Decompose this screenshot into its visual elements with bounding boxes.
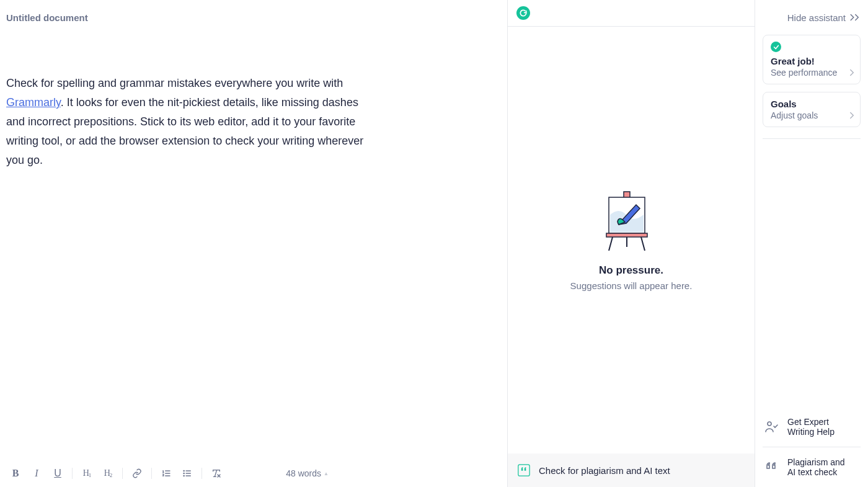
svg-point-6 <box>184 470 184 471</box>
suggestions-pane: No pressure. Suggestions will appear her… <box>507 0 755 487</box>
grammarly-link[interactable]: Grammarly <box>6 96 61 109</box>
hide-assistant-button[interactable]: Hide assistant <box>763 0 861 35</box>
goals-card-subtitle: Adjust goals <box>771 110 852 120</box>
expert-help-line2: Writing Help <box>787 427 835 437</box>
italic-button[interactable]: I <box>26 463 47 484</box>
svg-line-14 <box>609 237 613 251</box>
quotes-outline-icon <box>764 460 779 475</box>
svg-rect-17 <box>518 465 529 476</box>
clear-formatting-button[interactable] <box>206 463 227 484</box>
link-button[interactable] <box>126 463 148 484</box>
empty-state-title: No pressure. <box>599 264 663 277</box>
formatting-toolbar: B I U H1 H2 48 words ▲ <box>0 460 507 487</box>
divider <box>763 138 861 139</box>
performance-card-subtitle: See performance <box>771 68 852 78</box>
plagiarism-line1: Plagiarism and <box>787 457 845 467</box>
unordered-list-button[interactable] <box>177 463 198 484</box>
performance-card[interactable]: Great job! See performance <box>763 35 861 84</box>
editor-pane: Untitled document Check for spelling and… <box>0 0 507 487</box>
goals-card-title: Goals <box>771 99 852 109</box>
expert-icon <box>764 419 779 434</box>
empty-state: No pressure. Suggestions will appear her… <box>508 27 755 453</box>
checkmark-icon <box>771 42 781 52</box>
plagiarism-line2: AI text check <box>787 467 845 477</box>
plagiarism-check-button[interactable]: Check for plagiarism and AI text <box>508 453 755 487</box>
svg-point-18 <box>768 422 771 426</box>
chevron-up-icon: ▲ <box>324 471 329 476</box>
chevron-right-icon <box>849 69 855 76</box>
underline-button[interactable]: U <box>47 463 68 484</box>
word-count[interactable]: 48 words ▲ <box>286 468 329 478</box>
expert-help-line1: Get Expert <box>787 417 835 427</box>
bold-button[interactable]: B <box>5 463 26 484</box>
suggestions-header <box>508 0 755 27</box>
document-title[interactable]: Untitled document <box>0 0 507 23</box>
svg-point-7 <box>184 473 184 473</box>
toolbar-separator <box>122 468 123 479</box>
hide-assistant-label: Hide assistant <box>787 12 846 23</box>
assistant-sidebar: Hide assistant Great job! See performanc… <box>755 0 868 487</box>
grammarly-logo-icon[interactable] <box>516 6 530 20</box>
toolbar-separator <box>151 468 152 479</box>
toolbar-separator <box>72 468 73 479</box>
svg-rect-13 <box>606 233 647 237</box>
svg-line-15 <box>641 237 645 251</box>
word-count-label: 48 words <box>286 468 321 478</box>
plagiarism-check-label: Check for plagiarism and AI text <box>539 465 670 476</box>
body-text-before-link: Check for spelling and grammar mistakes … <box>6 77 343 89</box>
heading1-button[interactable]: H1 <box>76 463 97 484</box>
double-chevron-right-icon <box>849 13 861 22</box>
heading2-button[interactable]: H2 <box>97 463 118 484</box>
easel-illustration-icon <box>600 190 662 252</box>
expert-help-button[interactable]: Get Expert Writing Help <box>763 407 861 447</box>
document-body[interactable]: Check for spelling and grammar mistakes … <box>0 23 372 170</box>
empty-state-subtitle: Suggestions will appear here. <box>570 280 693 291</box>
performance-card-title: Great job! <box>771 56 852 66</box>
plagiarism-sidebar-button[interactable]: Plagiarism and AI text check <box>763 447 861 487</box>
quotes-icon <box>518 464 530 476</box>
toolbar-separator <box>202 468 202 479</box>
svg-point-8 <box>184 475 184 476</box>
ordered-list-button[interactable] <box>156 463 177 484</box>
chevron-right-icon <box>849 112 855 119</box>
goals-card[interactable]: Goals Adjust goals <box>763 92 861 127</box>
